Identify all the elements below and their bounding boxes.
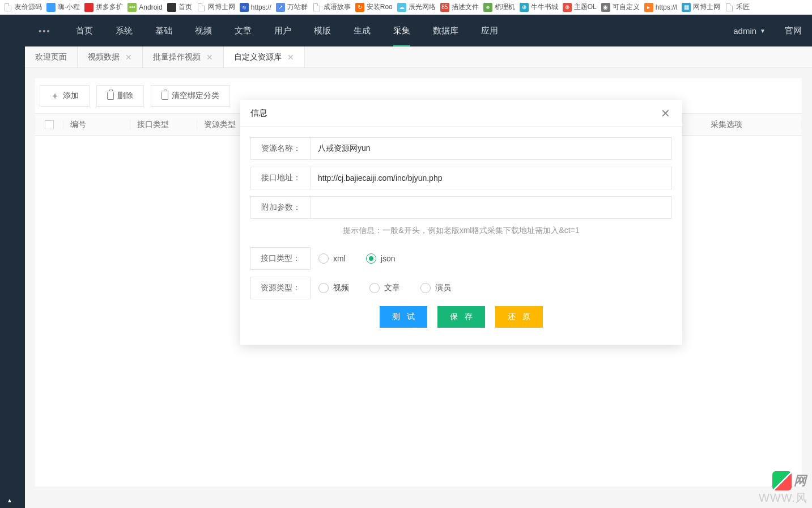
modal-title: 信息: [250, 108, 267, 118]
favicon-icon: ⎋: [240, 3, 249, 12]
bookmark-item[interactable]: ↗万站群: [276, 2, 308, 12]
radio-icon: [366, 253, 376, 264]
select-all-checkbox[interactable]: [45, 120, 54, 129]
bookmark-item[interactable]: ⊕主题OL: [563, 2, 597, 12]
nav-生成[interactable]: 生成: [342, 15, 382, 46]
delete-button[interactable]: 删除: [96, 85, 144, 107]
resource-type-option-文章[interactable]: 文章: [369, 283, 400, 293]
favicon-icon: ☁: [397, 3, 406, 12]
iface-type-label: 接口类型：: [250, 247, 311, 270]
bookmark-label: 首页: [178, 2, 192, 12]
close-icon[interactable]: ✕: [206, 53, 213, 62]
bookmark-item[interactable]: ⊕牛牛书城: [520, 2, 558, 12]
expand-arrow-icon[interactable]: ▲: [7, 497, 12, 503]
bookmark-label: 辰光网络: [409, 2, 436, 12]
bookmark-label: 万站群: [287, 2, 308, 12]
bookmark-label: https://: [251, 3, 271, 11]
favicon-icon: ↻: [355, 3, 364, 12]
test-button[interactable]: 测 试: [380, 306, 427, 328]
favicon-icon: •••: [127, 3, 137, 12]
bookmark-item[interactable]: ▦网博士网: [682, 2, 720, 12]
bookmark-item[interactable]: •••Android: [127, 3, 162, 12]
nav-数据库[interactable]: 数据库: [422, 15, 470, 46]
username: admin: [733, 26, 756, 36]
bookmark-item[interactable]: ◉可自定义: [601, 2, 640, 12]
bookmark-item[interactable]: 友价源码: [3, 2, 42, 12]
extra-param-input[interactable]: [311, 196, 672, 219]
trash-icon: [161, 92, 168, 100]
nav-首页[interactable]: 首页: [65, 15, 104, 46]
save-button[interactable]: 保 存: [437, 306, 485, 328]
th-id: 编号: [63, 120, 130, 130]
api-url-label: 接口地址：: [250, 167, 311, 189]
bookmark-label: https://l: [656, 3, 678, 11]
nav-基础[interactable]: 基础: [144, 15, 184, 46]
favicon-icon: ⊕: [563, 3, 572, 12]
menu-dots-icon[interactable]: •••: [25, 26, 65, 36]
nav-模版[interactable]: 模版: [303, 15, 342, 46]
resource-type-option-演员[interactable]: 演员: [420, 283, 451, 293]
caret-down-icon: ▼: [760, 28, 766, 34]
resource-name-input[interactable]: [311, 137, 672, 160]
user-menu[interactable]: admin ▼: [724, 26, 775, 36]
favicon-icon: ↗: [276, 3, 285, 12]
plus-icon: ＋: [50, 91, 59, 100]
nav-用户[interactable]: 用户: [263, 15, 303, 46]
radio-label: json: [381, 254, 396, 263]
iface-type-option-json[interactable]: json: [366, 253, 396, 264]
tab-label: 批量操作视频: [153, 52, 201, 62]
bookmark-item[interactable]: 禾匠: [725, 2, 750, 12]
add-button[interactable]: ＋ 添加: [40, 85, 90, 107]
bookmark-item[interactable]: 嗨·小程: [46, 2, 80, 12]
bookmark-item[interactable]: ⎈梳理机: [483, 2, 515, 12]
close-icon[interactable]: ✕: [658, 107, 672, 120]
nav-视频[interactable]: 视频: [184, 15, 223, 46]
reset-button[interactable]: 还 原: [495, 306, 543, 328]
clear-bindings-button[interactable]: 清空绑定分类: [151, 85, 230, 107]
bookmark-item[interactable]: ☁辰光网络: [397, 2, 436, 12]
close-icon[interactable]: ✕: [125, 53, 132, 62]
radio-icon: [318, 283, 329, 293]
bookmark-label: 嗨·小程: [58, 2, 80, 12]
bookmark-label: 梳理机: [495, 2, 515, 12]
tab-label: 欢迎页面: [35, 52, 67, 62]
favicon-icon: ▦: [682, 3, 691, 12]
bookmark-label: 可自定义: [613, 2, 640, 12]
left-sidebar-collapsed: ▲: [0, 15, 25, 508]
bookmark-item[interactable]: 成语故事: [312, 2, 351, 12]
resource-type-option-视频[interactable]: 视频: [318, 283, 349, 293]
tab-自定义资源库[interactable]: 自定义资源库✕: [224, 46, 305, 67]
bookmark-item[interactable]: 拼多多扩: [84, 2, 123, 12]
nav-应用[interactable]: 应用: [470, 15, 509, 46]
bookmark-label: 网博士网: [693, 2, 720, 12]
close-icon[interactable]: ✕: [287, 53, 294, 62]
extra-param-label: 附加参数：: [250, 196, 311, 219]
tab-批量操作视频[interactable]: 批量操作视频✕: [143, 46, 224, 67]
iface-type-option-xml[interactable]: xml: [318, 253, 346, 264]
nav-采集[interactable]: 采集: [382, 15, 422, 46]
official-site-link[interactable]: 官网: [775, 26, 812, 36]
api-url-input[interactable]: [311, 167, 672, 189]
bookmark-label: 网博士网: [208, 2, 235, 12]
favicon-icon: ◉: [601, 3, 610, 12]
radio-label: 视频: [333, 283, 349, 293]
tab-欢迎页面[interactable]: 欢迎页面: [25, 46, 78, 67]
nav-系统[interactable]: 系统: [104, 15, 144, 46]
bookmark-item[interactable]: ▸https://l: [644, 3, 678, 12]
favicon-icon: [312, 3, 321, 12]
bookmark-label: 安装Roo: [367, 2, 393, 12]
favicon-icon: [84, 3, 93, 12]
bookmark-item[interactable]: 85描述文件: [440, 2, 479, 12]
bookmark-item[interactable]: ↻安装Roo: [355, 2, 393, 12]
bookmark-item[interactable]: ⎋https://: [240, 3, 271, 12]
tab-视频数据[interactable]: 视频数据✕: [78, 46, 143, 67]
th-iface: 接口类型: [130, 120, 197, 130]
tab-label: 自定义资源库: [234, 52, 282, 62]
radio-icon: [318, 253, 329, 264]
bookmark-item[interactable]: 网博士网: [197, 2, 235, 12]
page-tabs: 欢迎页面视频数据✕批量操作视频✕自定义资源库✕: [25, 46, 812, 68]
nav-文章[interactable]: 文章: [223, 15, 263, 46]
th-options: 采集选项: [711, 120, 779, 130]
bookmark-item[interactable]: 首页: [167, 2, 192, 12]
radio-icon: [369, 283, 380, 293]
